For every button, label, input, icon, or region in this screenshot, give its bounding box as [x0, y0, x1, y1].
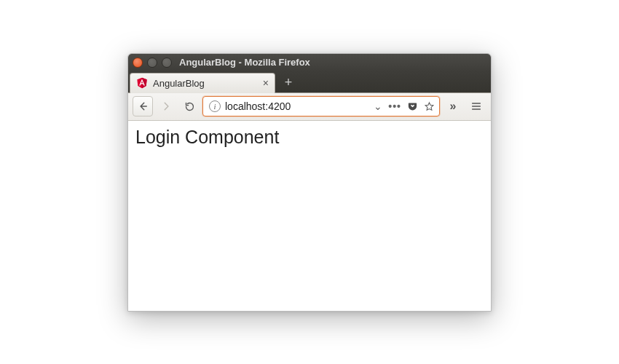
urlbar-right-icons: ⌄ •••: [374, 100, 436, 112]
tab-active[interactable]: AngularBlog ×: [130, 73, 275, 93]
navigation-toolbar: i ⌄ ••• »: [128, 93, 491, 121]
angular-icon: [136, 77, 148, 89]
forward-button[interactable]: [156, 96, 176, 116]
firefox-window: AngularBlog - Mozilla Firefox AngularBlo…: [127, 53, 492, 312]
page-actions-icon[interactable]: •••: [388, 100, 401, 112]
tab-strip: AngularBlog × +: [128, 71, 491, 93]
page-heading: Login Component: [135, 127, 484, 148]
site-info-icon[interactable]: i: [209, 100, 221, 112]
window-close-button[interactable]: [133, 58, 143, 68]
hamburger-menu-icon[interactable]: [466, 96, 486, 116]
tab-close-icon[interactable]: ×: [261, 78, 270, 88]
overflow-button[interactable]: »: [443, 96, 463, 116]
back-button[interactable]: [133, 96, 153, 116]
window-title: AngularBlog - Mozilla Firefox: [179, 57, 310, 68]
pocket-icon[interactable]: [407, 101, 418, 112]
new-tab-button[interactable]: +: [278, 74, 299, 91]
url-input[interactable]: [225, 100, 369, 112]
bookmark-star-icon[interactable]: [424, 101, 435, 112]
window-maximize-button[interactable]: [162, 58, 172, 68]
window-titlebar: AngularBlog - Mozilla Firefox: [128, 54, 491, 71]
address-bar[interactable]: i ⌄ •••: [202, 96, 440, 116]
history-dropdown-icon[interactable]: ⌄: [374, 100, 382, 112]
page-content: Login Component: [128, 121, 491, 311]
reload-button[interactable]: [179, 96, 200, 116]
tab-title: AngularBlog: [153, 78, 256, 89]
window-minimize-button[interactable]: [147, 58, 157, 68]
